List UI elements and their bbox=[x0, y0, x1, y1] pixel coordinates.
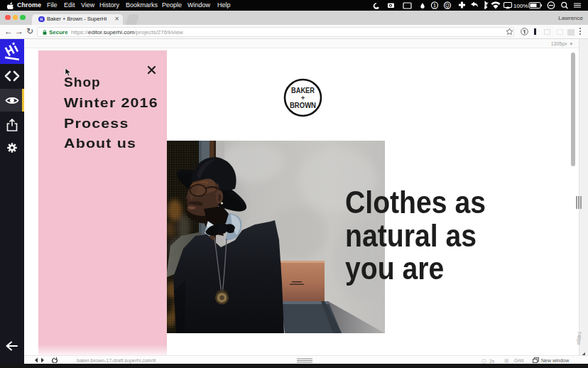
svg-text:BROWN: BROWN bbox=[290, 102, 316, 109]
svg-text:1: 1 bbox=[433, 2, 437, 9]
svg-text:+: + bbox=[301, 94, 305, 102]
svg-text:BAKER: BAKER bbox=[291, 87, 315, 94]
svg-text:100%: 100% bbox=[513, 3, 528, 9]
svg-text:Q: Q bbox=[445, 2, 450, 9]
